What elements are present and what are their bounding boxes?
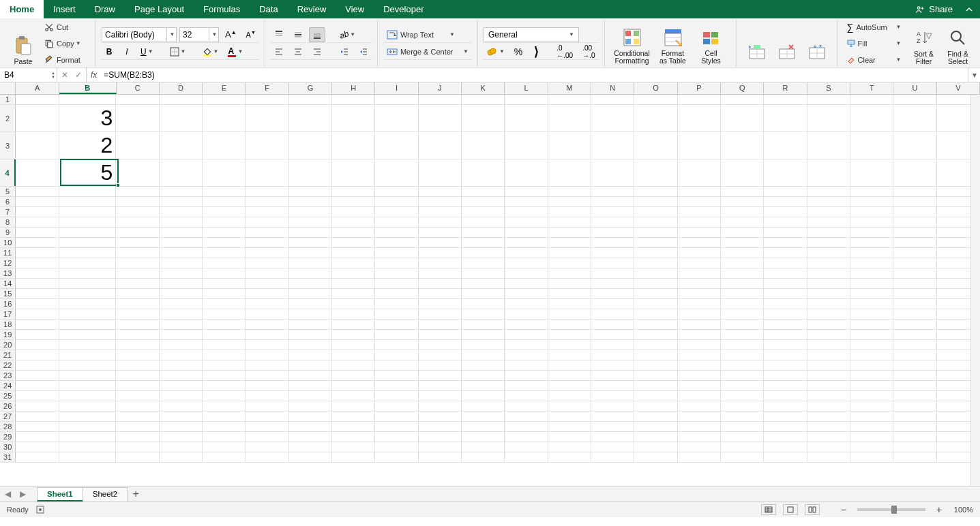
- cell-A21[interactable]: [16, 350, 59, 360]
- cell-F10[interactable]: [246, 238, 288, 247]
- cell-M15[interactable]: [548, 289, 591, 298]
- cell-R29[interactable]: [764, 432, 807, 442]
- cell-R19[interactable]: [764, 330, 807, 339]
- cell-J5[interactable]: [419, 187, 462, 196]
- cell-E2[interactable]: [203, 105, 246, 132]
- cell-K31[interactable]: [462, 452, 505, 462]
- cell-M25[interactable]: [548, 391, 591, 401]
- cell-E8[interactable]: [203, 217, 246, 227]
- cell-J2[interactable]: [419, 105, 462, 132]
- cell-I25[interactable]: [375, 391, 418, 401]
- cell-P6[interactable]: [678, 197, 721, 206]
- cell-D3[interactable]: [160, 132, 203, 159]
- cell-S9[interactable]: [807, 228, 850, 237]
- cell-N29[interactable]: [591, 432, 634, 442]
- cell-O28[interactable]: [634, 422, 677, 431]
- col-header-I[interactable]: I: [375, 82, 418, 94]
- cell-L27[interactable]: [505, 412, 548, 421]
- cell-P16[interactable]: [678, 299, 721, 309]
- cell-G31[interactable]: [289, 452, 332, 462]
- cell-E25[interactable]: [203, 391, 246, 401]
- cell-L12[interactable]: [505, 258, 548, 268]
- cell-F26[interactable]: [246, 401, 288, 411]
- cell-R4[interactable]: [764, 159, 807, 186]
- col-header-T[interactable]: T: [850, 82, 893, 94]
- sheet-tab-sheet1[interactable]: Sheet1: [37, 487, 83, 501]
- cell-C2[interactable]: [116, 105, 159, 132]
- cell-E20[interactable]: [203, 340, 246, 350]
- cell-T4[interactable]: [850, 159, 893, 186]
- cell-B25[interactable]: [59, 391, 117, 401]
- cell-A4[interactable]: [16, 159, 59, 186]
- cell-G10[interactable]: [289, 238, 332, 247]
- cell-P21[interactable]: [678, 350, 721, 360]
- cell-P2[interactable]: [678, 105, 721, 132]
- cell-P4[interactable]: [678, 159, 721, 186]
- cell-U16[interactable]: [893, 299, 936, 309]
- cell-U25[interactable]: [893, 391, 936, 401]
- cell-L25[interactable]: [505, 391, 548, 401]
- cell-K12[interactable]: [462, 258, 505, 268]
- cell-M21[interactable]: [548, 350, 591, 360]
- cell-A26[interactable]: [16, 401, 59, 411]
- cell-S6[interactable]: [807, 197, 850, 206]
- cell-D16[interactable]: [160, 299, 203, 309]
- cell-Q14[interactable]: [721, 279, 764, 288]
- cell-U12[interactable]: [893, 258, 936, 268]
- cell-Q9[interactable]: [721, 228, 764, 237]
- cell-H21[interactable]: [332, 350, 375, 360]
- insert-cells-button[interactable]: [742, 21, 772, 65]
- cut-button[interactable]: Cut: [41, 20, 90, 35]
- cell-Q21[interactable]: [721, 350, 764, 360]
- cell-P1[interactable]: [678, 95, 721, 104]
- cell-O4[interactable]: [634, 159, 677, 186]
- cell-Q2[interactable]: [721, 105, 764, 132]
- cell-M23[interactable]: [548, 371, 591, 380]
- cell-K4[interactable]: [462, 159, 505, 186]
- cell-K25[interactable]: [462, 391, 505, 401]
- cell-K7[interactable]: [462, 207, 505, 217]
- cell-Q18[interactable]: [721, 320, 764, 329]
- cell-L3[interactable]: [505, 132, 548, 159]
- cell-T30[interactable]: [850, 442, 893, 452]
- cell-M28[interactable]: [548, 422, 591, 431]
- cell-J15[interactable]: [419, 289, 462, 298]
- normal-view-button[interactable]: [761, 504, 776, 515]
- cell-U24[interactable]: [893, 381, 936, 390]
- cell-T16[interactable]: [850, 299, 893, 309]
- cell-C8[interactable]: [116, 217, 159, 227]
- name-box-spinner[interactable]: ▲▼: [51, 71, 55, 79]
- cell-P27[interactable]: [678, 412, 721, 421]
- cell-H12[interactable]: [332, 258, 375, 268]
- cell-G21[interactable]: [289, 350, 332, 360]
- cell-O6[interactable]: [634, 197, 677, 206]
- cell-O26[interactable]: [634, 401, 677, 411]
- cell-D29[interactable]: [160, 432, 203, 442]
- cell-G28[interactable]: [289, 422, 332, 431]
- cell-U17[interactable]: [893, 309, 936, 319]
- cell-L18[interactable]: [505, 320, 548, 329]
- cell-S7[interactable]: [807, 207, 850, 217]
- cell-M30[interactable]: [548, 442, 591, 452]
- cell-O10[interactable]: [634, 238, 677, 247]
- cell-I20[interactable]: [375, 340, 418, 350]
- cell-U2[interactable]: [893, 105, 936, 132]
- row-header-19[interactable]: 19: [0, 330, 16, 339]
- cell-R17[interactable]: [764, 309, 807, 319]
- cell-I31[interactable]: [375, 452, 418, 462]
- name-box[interactable]: B4 ▲▼: [0, 67, 57, 82]
- cell-D23[interactable]: [160, 371, 203, 380]
- cell-Q10[interactable]: [721, 238, 764, 247]
- col-header-E[interactable]: E: [203, 82, 246, 94]
- cell-G8[interactable]: [289, 217, 332, 227]
- cell-G3[interactable]: [289, 132, 332, 159]
- cell-T29[interactable]: [850, 432, 893, 442]
- cell-A11[interactable]: [16, 248, 59, 258]
- find-select-button[interactable]: Find & Select: [943, 22, 973, 65]
- cell-T5[interactable]: [850, 187, 893, 196]
- cell-D9[interactable]: [160, 228, 203, 237]
- cell-L19[interactable]: [505, 330, 548, 339]
- cell-F19[interactable]: [246, 330, 288, 339]
- cell-S5[interactable]: [807, 187, 850, 196]
- col-header-V[interactable]: V: [937, 82, 980, 94]
